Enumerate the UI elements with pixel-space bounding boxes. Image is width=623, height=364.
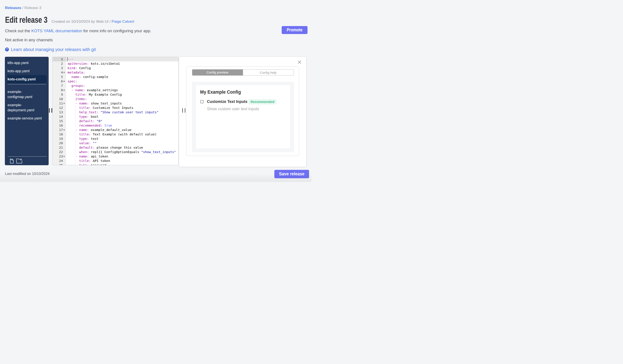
line-number[interactable]: 10: [53, 97, 66, 101]
channels-status: Not active in any channels: [5, 38, 53, 42]
code-line-9: 9 title: My Example Config: [53, 92, 178, 97]
code-line-12: 12 title: Customize Text Inputs: [53, 106, 178, 110]
line-number[interactable]: 16: [53, 123, 66, 128]
code-text: metadata:: [66, 70, 178, 75]
new-file-icon[interactable]: [9, 158, 14, 164]
code-text: groups:: [66, 83, 178, 88]
line-number[interactable]: 12: [53, 106, 66, 110]
code-line-8: 8 - name: example_settings: [53, 88, 178, 92]
line-number[interactable]: 20: [53, 141, 66, 145]
new-folder-icon[interactable]: [16, 158, 22, 164]
last-modified-note: Last modified on 10/10/2024: [5, 172, 50, 176]
code-line-1: 1---: [53, 57, 178, 61]
breadcrumb-current: Release 3: [24, 6, 41, 10]
code-line-7: 7 groups:: [53, 83, 178, 88]
code-text: title: Text Example (with default value): [66, 132, 178, 137]
line-number[interactable]: 2: [53, 61, 66, 66]
code-text: - name: example_default_value: [66, 128, 178, 132]
config-item-label: Customize Text Inputs: [207, 99, 247, 104]
line-number[interactable]: 15: [53, 119, 66, 123]
file-item-example-configmap.yaml[interactable]: example-configmap.yaml: [7, 88, 47, 101]
file-item-kots-config.yaml[interactable]: kots-config.yaml: [7, 75, 47, 83]
help-question-icon: ?: [5, 47, 9, 51]
config-preview-box: Config previewConfig help My Example Con…: [186, 66, 299, 156]
file-item-kots-app.yaml[interactable]: kots-app.yaml: [7, 67, 47, 75]
code-line-24: 24 title: API token: [53, 159, 178, 163]
breadcrumb-releases-link[interactable]: Releases: [5, 6, 22, 10]
code-line-14: 14 type: bool: [53, 114, 178, 119]
code-text: apiVersion: kots.io/v1beta1: [66, 61, 178, 66]
code-line-3: 3kind: Config: [53, 66, 178, 70]
code-text: - name: api_token: [66, 154, 178, 159]
editor-resize-handle[interactable]: [182, 108, 186, 113]
sidebar-resize-handle[interactable]: [49, 108, 53, 113]
tab-config-preview[interactable]: Config preview: [192, 69, 243, 76]
code-line-25: 25 type: password: [53, 163, 178, 165]
line-number[interactable]: 21: [53, 145, 66, 150]
kots-yaml-doc-link[interactable]: KOTS YAML documentation: [31, 28, 82, 33]
save-release-button[interactable]: Save release: [274, 170, 309, 178]
file-list: k8s-app.yamlkots-app.yamlkots-config.yam…: [5, 57, 49, 122]
yaml-code-editor[interactable]: 1---2apiVersion: kots.io/v1beta13kind: C…: [52, 57, 179, 165]
file-item-example-deployment.yaml[interactable]: example-deployment.yaml: [7, 101, 47, 114]
line-number[interactable]: 5: [53, 75, 66, 79]
config-preview-area: My Example Config Customize Text Inputs …: [192, 82, 294, 152]
file-sidebar: k8s-app.yamlkots-app.yamlkots-config.yam…: [5, 57, 49, 165]
code-text: type: bool: [66, 114, 178, 119]
code-line-19: 19 type: text: [53, 137, 178, 141]
recommended-badge: Recommended: [249, 99, 277, 104]
config-card: My Example Config Customize Text Inputs …: [196, 85, 290, 148]
fold-toggle-icon[interactable]: [63, 156, 65, 157]
line-number[interactable]: 1: [53, 57, 66, 61]
code-line-4: 4metadata:: [53, 70, 178, 75]
fold-toggle-icon[interactable]: [63, 72, 65, 73]
file-item-example-service.yaml[interactable]: example-service.yaml: [7, 114, 47, 122]
code-text: - name: example_settings: [66, 88, 178, 92]
code-text: help_text: "Show custom user text inputs…: [66, 110, 178, 114]
config-item-help: Show custom user text inputs: [207, 106, 259, 111]
learn-git-link[interactable]: Learn about managing your releases with …: [11, 47, 96, 52]
line-number[interactable]: 18: [53, 132, 66, 137]
author-link[interactable]: Paige Calvert: [112, 20, 134, 24]
promote-button[interactable]: Promote: [282, 26, 308, 34]
code-text: spec:: [66, 79, 178, 83]
tab-config-help[interactable]: Config help: [243, 69, 294, 76]
code-line-18: 18 title: Text Example (with default val…: [53, 132, 178, 137]
line-number[interactable]: 24: [53, 159, 66, 163]
customize-text-inputs-checkbox[interactable]: [200, 100, 204, 103]
indent-guide: [75, 137, 75, 141]
indent-guide: [75, 114, 75, 119]
indent-guide: [75, 106, 75, 110]
line-number[interactable]: 14: [53, 114, 66, 119]
sidebar-bottom-separator: [7, 156, 47, 157]
line-number[interactable]: 7: [53, 83, 66, 88]
code-line-20: 20 value: "": [53, 141, 178, 145]
close-icon[interactable]: [298, 60, 302, 64]
doc-line: Check out the KOTS YAML documentation fo…: [5, 28, 152, 33]
code-text: default: please change this value: [66, 145, 178, 150]
fold-toggle-icon[interactable]: [63, 90, 65, 91]
indent-guide: [75, 141, 75, 145]
indent-guide: [75, 123, 75, 128]
code-line-2: 2apiVersion: kots.io/v1beta1: [53, 61, 178, 66]
file-item-k8s-app.yaml[interactable]: k8s-app.yaml: [7, 59, 47, 67]
fold-toggle-icon[interactable]: [63, 129, 65, 131]
code-line-10: 10 items:: [53, 97, 178, 101]
code-line-15: 15 default: "0": [53, 119, 178, 123]
code-text: type: password: [66, 163, 178, 165]
line-number[interactable]: 19: [53, 137, 66, 141]
indent-guide: [75, 145, 75, 150]
code-text: type: text: [66, 137, 178, 141]
config-preview-pane: Config previewConfig help My Example Con…: [179, 57, 306, 167]
line-number[interactable]: 22: [53, 150, 66, 154]
sidebar-bottom: [5, 156, 49, 165]
code-text: - name: show_text_inputs: [66, 101, 178, 106]
file-list-separator: [7, 84, 46, 84]
line-number[interactable]: 25: [53, 163, 66, 165]
code-line-16: 16 recommended: true: [53, 123, 178, 128]
line-number[interactable]: 9: [53, 92, 66, 97]
line-number[interactable]: 3: [53, 66, 66, 70]
fold-toggle-icon[interactable]: [63, 103, 65, 104]
line-number[interactable]: 13: [53, 110, 66, 114]
fold-toggle-icon[interactable]: [63, 81, 65, 82]
